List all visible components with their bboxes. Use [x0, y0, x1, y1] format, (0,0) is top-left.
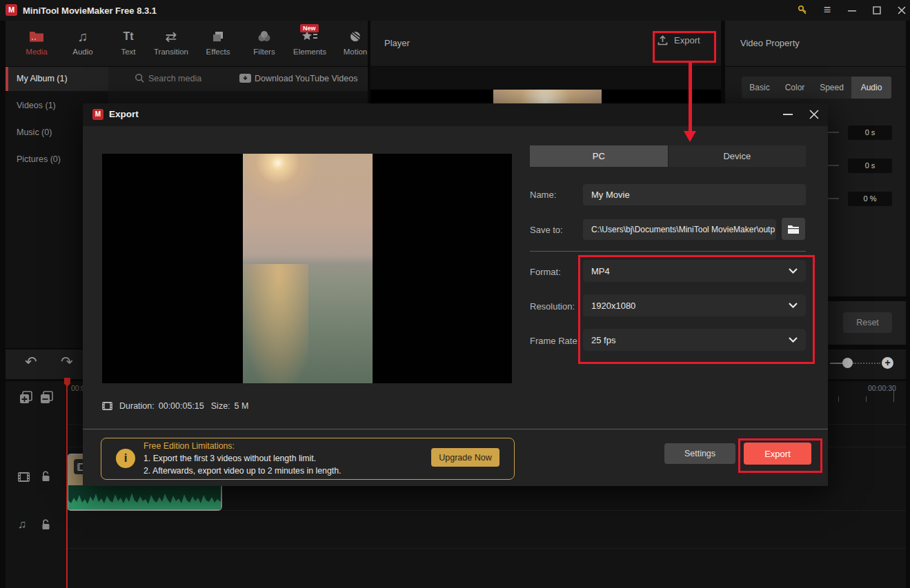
ruler-tick-major	[893, 391, 894, 402]
footer-divider	[83, 429, 828, 429]
fade-out-slider[interactable]	[828, 165, 839, 166]
download-youtube-link[interactable]: Download YouTube Videos	[255, 74, 357, 83]
free-edition-limitations-box: i Free Edition Limitations: 1. Export th…	[101, 438, 515, 480]
volume-slider[interactable]	[828, 198, 839, 199]
dialog-close-icon[interactable]	[809, 110, 819, 119]
fade-in-value: 0 s	[848, 125, 892, 140]
folder-icon	[788, 225, 799, 234]
add-track-icon[interactable]	[19, 391, 32, 404]
fade-in-slider[interactable]	[828, 132, 839, 133]
volume-value: 0 %	[848, 192, 892, 206]
toolbar-item-transition[interactable]: ⇄ Transition	[149, 28, 193, 56]
ruler-label-end: 00:00:30	[868, 384, 896, 392]
timeline-zoom-slider-handle[interactable]	[842, 358, 853, 368]
license-key-icon[interactable]	[795, 4, 810, 17]
window-maximize-icon[interactable]	[869, 4, 884, 17]
size-value: 5 M	[235, 401, 249, 411]
info-icon: i	[116, 449, 135, 468]
toolbar-item-effects[interactable]: Effects	[196, 28, 240, 56]
redo-icon[interactable]: ↷	[61, 354, 73, 370]
music-track-icon: ♫	[18, 518, 27, 531]
app-window: M MiniTool MovieMaker Free 8.3.1 ≡ Media…	[0, 0, 910, 588]
annotation-box-format-options	[578, 255, 815, 364]
tab-speed[interactable]: Speed	[812, 77, 851, 99]
media-search-bar: Search media Download YouTube Videos	[108, 67, 368, 91]
save-to-label: Save to:	[530, 225, 563, 235]
toolbar-item-text[interactable]: Tt Text	[106, 28, 150, 56]
export-preview-video	[243, 154, 373, 383]
browse-folder-button[interactable]	[782, 218, 805, 240]
undo-icon[interactable]: ↶	[25, 354, 37, 370]
clip-audio-waveform	[68, 485, 221, 509]
form-divider	[530, 251, 806, 252]
duration-row: Duration: 00:00:05:15 Size: 5 M	[102, 401, 248, 411]
video-track-lock-icon[interactable]	[41, 471, 50, 482]
app-logo-icon: M	[6, 4, 17, 16]
new-badge: New	[300, 24, 319, 32]
filters-icon	[242, 28, 286, 45]
music-track-lock-icon[interactable]	[41, 519, 50, 530]
player-title: Player	[384, 38, 410, 48]
remove-track-icon[interactable]	[40, 391, 53, 404]
video-track-icon	[18, 472, 30, 482]
limitations-line1: 1. Export the first 3 videos without len…	[144, 454, 316, 463]
toolbar-item-audio[interactable]: ♫ Audio	[61, 28, 105, 56]
annotation-arrow-shaft	[689, 61, 692, 131]
dialog-app-icon: M	[92, 109, 103, 120]
export-target-tabs: PC Device	[530, 145, 806, 167]
annotation-arrow-head	[684, 131, 696, 142]
video-property-tabs: Basic Color Speed Audio	[742, 77, 891, 99]
undo-redo-group: ↶ ↷	[6, 349, 84, 379]
toolbar-item-media[interactable]: Media	[14, 28, 59, 56]
timeline-zoom-in-icon[interactable]: +	[882, 357, 893, 369]
timeline-zoom-slider-track-dotted	[853, 363, 880, 364]
video-property-header: Video Property	[725, 21, 906, 66]
duration-label: Duration:	[119, 401, 155, 411]
reset-button[interactable]: Reset	[843, 312, 892, 333]
annotation-box-export-header	[653, 31, 716, 63]
export-preview	[102, 154, 512, 383]
tab-pc[interactable]: PC	[530, 145, 668, 167]
toolbar-item-filters[interactable]: Filters	[242, 28, 286, 56]
format-label: Format:	[530, 267, 561, 277]
search-input[interactable]: Search media	[148, 74, 201, 83]
titlebar: M MiniTool MovieMaker Free 8.3.1 ≡	[0, 0, 910, 21]
youtube-download-icon	[239, 74, 251, 83]
dialog-title: Export	[109, 109, 139, 119]
text-icon: Tt	[106, 28, 150, 45]
tab-audio[interactable]: Audio	[851, 77, 891, 99]
export-dialog-titlebar: M Export	[83, 103, 828, 126]
sidebar-item-my-album[interactable]: My Album (1)	[6, 67, 108, 91]
ruler-tick	[838, 396, 839, 402]
resolution-label: Resolution:	[530, 301, 575, 312]
limitations-title: Free Edition Limitations:	[144, 441, 235, 451]
frame-rate-label: Frame Rate:	[530, 336, 580, 346]
upgrade-now-button[interactable]: Upgrade Now	[431, 448, 499, 467]
app-title: MiniTool MovieMaker Free 8.3.1	[23, 6, 157, 16]
track-separator	[68, 548, 906, 549]
media-folder-icon	[14, 28, 59, 45]
sun-reflection	[243, 264, 308, 383]
tab-color[interactable]: Color	[778, 77, 812, 99]
window-minimize-icon[interactable]	[844, 4, 860, 17]
transition-arrows-icon: ⇄	[149, 28, 193, 45]
dialog-minimize-icon[interactable]	[783, 114, 793, 115]
tab-device[interactable]: Device	[668, 145, 807, 167]
effects-icon	[196, 28, 240, 45]
video-property-title: Video Property	[740, 38, 800, 48]
duration-value: 00:00:05:15	[159, 401, 204, 411]
window-close-icon[interactable]	[894, 4, 909, 17]
save-to-input[interactable]: C:\Users\bj\Documents\MiniTool MovieMake…	[583, 219, 776, 240]
limitations-line2: 2. Afterwards, export video up to 2 minu…	[144, 466, 341, 476]
size-label: Size:	[211, 401, 230, 411]
music-note-icon: ♫	[61, 28, 105, 45]
film-icon	[102, 402, 112, 410]
search-icon	[135, 73, 145, 83]
menu-icon[interactable]: ≡	[820, 3, 835, 16]
fade-out-value: 0 s	[848, 159, 892, 173]
settings-button[interactable]: Settings	[664, 443, 735, 464]
playhead-line[interactable]	[66, 378, 68, 588]
media-toolbar: Media ♫ Audio Tt Text ⇄ Transition Effec…	[6, 21, 368, 66]
name-input[interactable]: My Movie	[583, 184, 806, 205]
tab-basic[interactable]: Basic	[742, 77, 778, 99]
